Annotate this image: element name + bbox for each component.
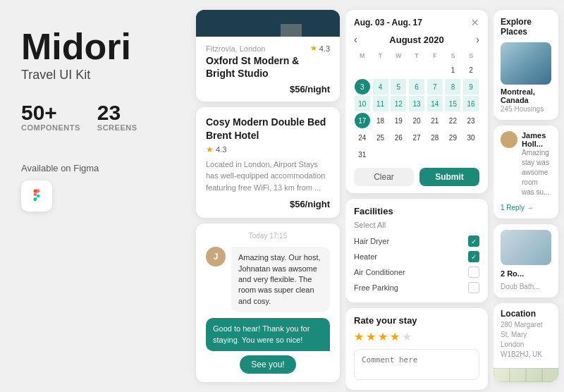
rate-card: Rate your stay ★ ★ ★ ★ ★ <box>345 308 488 390</box>
cal-day-empty <box>391 62 406 78</box>
facility-heater-label: Heater <box>354 252 377 261</box>
map-cell <box>510 368 526 382</box>
cal-day-21[interactable]: 21 <box>427 113 443 128</box>
chat-card: Today 17:15 J Amazing stay. Our host, Jo… <box>196 223 340 382</box>
cal-day-empty <box>373 147 388 162</box>
cal-day-11[interactable]: 11 <box>373 96 388 111</box>
cal-day-23[interactable]: 23 <box>463 113 479 128</box>
submit-button[interactable]: Submit <box>419 168 479 186</box>
cal-day-5[interactable]: 5 <box>391 79 406 94</box>
cal-day-empty <box>463 147 479 162</box>
stats-row: 50+ COMPONENTS 23 SCREENS <box>21 102 169 132</box>
cal-day-empty <box>409 147 424 162</box>
star-icon: ★ <box>310 44 317 53</box>
reply-button[interactable]: 1 Reply → <box>501 204 534 212</box>
property-detail: Doub Bath... <box>501 282 551 292</box>
star-3[interactable]: ★ <box>378 330 388 343</box>
search-card-desc: Located in London, Airport Stays has wel… <box>206 159 330 194</box>
cal-day-empty <box>409 62 424 78</box>
review-card: James Holl... Amazing stay was awsome ro… <box>494 125 558 219</box>
facility-parking-label: Free Parking <box>354 283 398 292</box>
location-address: 280 Margaret St, Mary London W1B2HJ, UK <box>501 320 551 360</box>
cal-day-10[interactable]: 10 <box>355 96 370 111</box>
cal-day-empty <box>391 147 406 162</box>
reviewer-info: James Holl... Amazing stay was awsome ro… <box>522 131 551 197</box>
star-4[interactable]: ★ <box>390 330 400 343</box>
facility-ac-checkbox[interactable] <box>468 267 479 278</box>
cal-day-22[interactable]: 22 <box>445 113 460 128</box>
facility-heater: Heater ✓ <box>354 249 479 264</box>
location-card: Location 280 Margaret St, Mary London W1… <box>494 303 558 382</box>
calendar-actions: Clear Submit <box>354 168 479 186</box>
calendar-close-icon[interactable]: ✕ <box>471 17 479 28</box>
cal-day-31[interactable]: 31 <box>355 147 370 162</box>
cal-day-8[interactable]: 8 <box>445 79 460 94</box>
cal-day-15[interactable]: 15 <box>445 96 460 111</box>
cal-day-26[interactable]: 26 <box>391 130 406 145</box>
select-all[interactable]: Select All <box>354 221 479 229</box>
cal-day-19[interactable]: 19 <box>391 113 406 128</box>
screens-number: 23 <box>97 102 137 123</box>
star-2[interactable]: ★ <box>366 330 376 343</box>
cal-day-25[interactable]: 25 <box>373 130 388 145</box>
clear-button[interactable]: Clear <box>354 168 414 186</box>
map-cell <box>494 368 510 382</box>
cal-day-17[interactable]: 17 <box>355 113 370 128</box>
cal-day-14[interactable]: 14 <box>427 96 443 111</box>
cal-day-24[interactable]: 24 <box>355 130 370 145</box>
cal-day-30[interactable]: 30 <box>463 130 479 145</box>
stat-components: 50+ COMPONENTS <box>21 102 80 132</box>
cal-day-6[interactable]: 6 <box>409 79 424 94</box>
cal-day-13[interactable]: 13 <box>409 96 424 111</box>
cal-day-7[interactable]: 7 <box>427 79 443 94</box>
cal-day-29[interactable]: 29 <box>445 130 460 145</box>
facility-parking-checkbox[interactable] <box>468 282 479 293</box>
hotel-meta-row: Fitzrovia, London ★ 4.3 <box>206 44 330 53</box>
chat-bubble-left: Amazing stay. Our host, Johnatan was aws… <box>231 247 330 312</box>
property-name: 2 Ro... <box>501 269 551 278</box>
cal-day-28[interactable]: 28 <box>427 130 443 145</box>
facilities-title: Facilities <box>354 206 479 216</box>
search-card-title: Cosy Modern Double Bed Brent Hotel <box>206 116 330 141</box>
components-number: 50+ <box>21 102 80 123</box>
screens-label: SCREENS <box>97 123 137 132</box>
figma-label: Available on Figma <box>21 163 169 173</box>
cal-day-2[interactable]: 2 <box>463 62 479 78</box>
star-5[interactable]: ★ <box>402 330 412 343</box>
explore-title: Explore Places <box>501 17 551 37</box>
cal-header-f: F <box>427 51 443 61</box>
stars-row: ★ ★ ★ ★ ★ <box>354 330 479 343</box>
see-you-button[interactable]: See you! <box>240 355 295 374</box>
facility-hair-dryer-checkbox[interactable]: ✓ <box>468 235 479 247</box>
stat-screens: 23 SCREENS <box>97 102 137 132</box>
cal-day-4[interactable]: 4 <box>373 79 388 94</box>
cal-day-empty <box>373 62 388 78</box>
facility-heater-checkbox[interactable]: ✓ <box>468 251 479 262</box>
cal-day-20[interactable]: 20 <box>409 113 424 128</box>
hotel-price: $56/night <box>206 84 330 94</box>
cal-day-1[interactable]: 1 <box>445 62 460 78</box>
cal-day-18[interactable]: 18 <box>373 113 388 128</box>
hotel-image <box>196 10 340 37</box>
hotel-info: Fitzrovia, London ★ 4.3 Oxford St Modern… <box>196 37 340 102</box>
comment-input[interactable] <box>354 349 479 380</box>
facility-parking: Free Parking <box>354 280 479 295</box>
cal-day-9[interactable]: 9 <box>463 79 479 94</box>
hotel-image-overlay <box>196 10 340 37</box>
cal-day-empty <box>355 62 370 78</box>
cal-day-27[interactable]: 27 <box>409 130 424 145</box>
reviewer-row: James Holl... Amazing stay was awsome ro… <box>501 131 551 197</box>
calendar-header: Aug. 03 - Aug. 17 ✕ <box>354 17 479 28</box>
cal-day-12[interactable]: 12 <box>391 96 406 111</box>
hotel-name: Oxford St Modern & Bright Studio <box>206 54 330 80</box>
cal-day-empty <box>427 62 443 78</box>
components-label: COMPONENTS <box>21 123 80 132</box>
calendar-next-button[interactable]: › <box>476 34 479 45</box>
left-panel: Midori Travel UI Kit 50+ COMPONENTS 23 S… <box>0 0 190 392</box>
cal-day-3[interactable]: 3 <box>355 79 370 94</box>
star-1[interactable]: ★ <box>354 330 364 343</box>
hotel-location: Fitzrovia, London <box>206 44 265 53</box>
cal-day-16[interactable]: 16 <box>463 96 479 111</box>
calendar-prev-button[interactable]: ‹ <box>354 34 357 45</box>
facility-hair-dryer: Hair Dryer ✓ <box>354 233 479 249</box>
